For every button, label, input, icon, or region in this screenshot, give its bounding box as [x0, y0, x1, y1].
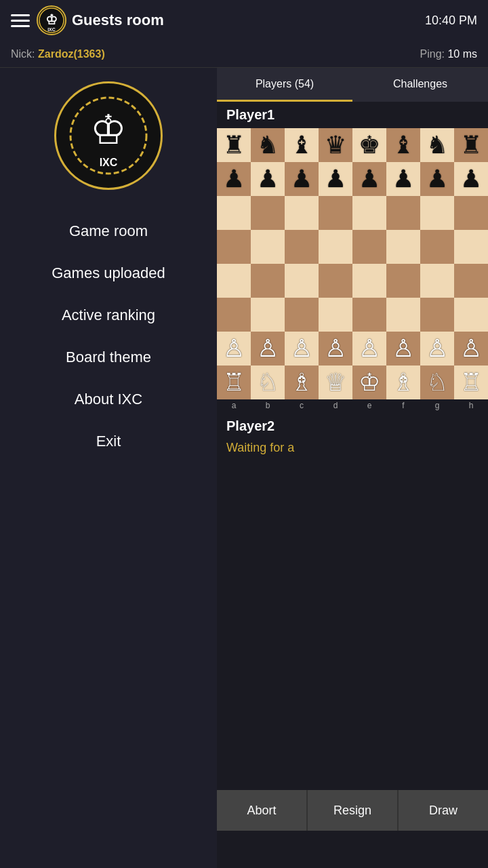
svg-text:♔: ♔	[45, 12, 58, 27]
board-cell[interactable]: ♙	[251, 332, 285, 366]
board-cell[interactable]	[285, 298, 319, 332]
board-cell[interactable]: ♗	[285, 366, 319, 399]
svg-text:IXC: IXC	[100, 157, 118, 168]
sidebar: ♔ IXC Game room Games uploaded Active ra…	[0, 68, 217, 868]
board-cell[interactable]: ♝	[386, 128, 420, 162]
action-buttons: Abort Resign Draw	[217, 790, 488, 831]
board-cell[interactable]	[352, 196, 386, 230]
player2-area: Player2 Waiting for a	[217, 412, 488, 790]
board-cell[interactable]	[420, 298, 454, 332]
board-cell[interactable]: ♟	[352, 162, 386, 196]
board-cell[interactable]	[454, 230, 488, 264]
board-cell[interactable]	[251, 264, 285, 298]
sidebar-item-exit[interactable]: Exit	[0, 420, 217, 462]
tab-players[interactable]: Players (54)	[217, 68, 352, 102]
board-cell[interactable]: ♟	[420, 162, 454, 196]
board-cell[interactable]	[454, 298, 488, 332]
board-cell[interactable]	[386, 264, 420, 298]
board-cell[interactable]: ♟	[454, 162, 488, 196]
board-cell[interactable]	[217, 230, 251, 264]
resign-button[interactable]: Resign	[308, 790, 397, 831]
board-cell[interactable]: ♙	[217, 332, 251, 366]
board-cell[interactable]	[285, 196, 319, 230]
tab-challenges[interactable]: Challenges	[352, 68, 488, 102]
board-cell[interactable]: ♟	[386, 162, 420, 196]
board-cell[interactable]	[319, 230, 352, 264]
board-cell[interactable]	[352, 230, 386, 264]
board-cell[interactable]	[217, 298, 251, 332]
header: ♔ IXC Guests room 10:40 PM	[0, 0, 488, 41]
draw-button[interactable]: Draw	[399, 790, 488, 831]
sidebar-item-active-ranking[interactable]: Active ranking	[0, 294, 217, 336]
board-cell[interactable]: ♟	[319, 162, 352, 196]
sidebar-item-game-room[interactable]: Game room	[0, 210, 217, 252]
board-cell[interactable]: ♙	[420, 332, 454, 366]
board-cell[interactable]: ♖	[454, 366, 488, 399]
board-cell[interactable]	[386, 230, 420, 264]
board-cell[interactable]: ♙	[454, 332, 488, 366]
player1-header: Player1	[217, 102, 488, 128]
sidebar-item-games-uploaded[interactable]: Games uploaded	[0, 252, 217, 294]
board-cell[interactable]: ♘	[251, 366, 285, 399]
board-cell[interactable]	[386, 196, 420, 230]
player2-header: Player2	[226, 418, 479, 434]
board-cell[interactable]: ♞	[420, 128, 454, 162]
board-cell[interactable]	[319, 196, 352, 230]
clock: 10:40 PM	[425, 14, 477, 28]
tabs-bar: Players (54) Challenges	[217, 68, 488, 102]
board-cell[interactable]	[420, 196, 454, 230]
nick-value: Zardoz(1363)	[38, 48, 105, 60]
board-cell[interactable]	[420, 264, 454, 298]
board-cell[interactable]: ♔	[352, 366, 386, 399]
board-cell[interactable]: ♟	[285, 162, 319, 196]
board-cell[interactable]: ♟	[217, 162, 251, 196]
board-cell[interactable]: ♜	[454, 128, 488, 162]
logo-icon: ♔ IXC	[37, 5, 66, 35]
board-cell[interactable]	[386, 298, 420, 332]
board-cell[interactable]: ♛	[319, 128, 352, 162]
board-cell[interactable]	[319, 298, 352, 332]
nick-bar: Nick: Zardoz(1363) Ping: 10 ms	[0, 41, 488, 68]
board-cell[interactable]: ♞	[251, 128, 285, 162]
board-cell[interactable]: ♟	[251, 162, 285, 196]
board-cell[interactable]: ♘	[420, 366, 454, 399]
sidebar-item-about-ixc[interactable]: About IXC	[0, 378, 217, 420]
board-cell[interactable]	[454, 264, 488, 298]
board-cell[interactable]	[352, 298, 386, 332]
board-cell[interactable]	[319, 264, 352, 298]
chess-board: ♜♞♝♛♚♝♞♜♟♟♟♟♟♟♟♟♙♙♙♙♙♙♙♙♖♘♗♕♔♗♘♖ a b c d…	[217, 128, 488, 412]
board-cell[interactable]	[251, 196, 285, 230]
board-cell[interactable]	[454, 196, 488, 230]
board-cell[interactable]	[217, 196, 251, 230]
board-cell[interactable]	[251, 298, 285, 332]
menu-button[interactable]	[11, 14, 30, 27]
board-cell[interactable]: ♝	[285, 128, 319, 162]
board-cell[interactable]: ♚	[352, 128, 386, 162]
avatar: ♔ IXC	[54, 81, 163, 190]
board-cell[interactable]	[251, 230, 285, 264]
board-cell[interactable]: ♖	[217, 366, 251, 399]
nick-info: Nick: Zardoz(1363)	[11, 48, 105, 60]
board-cell[interactable]	[352, 264, 386, 298]
board-cell[interactable]	[285, 230, 319, 264]
board-cell[interactable]	[217, 264, 251, 298]
waiting-message: Waiting for a	[226, 434, 479, 462]
board-cell[interactable]: ♙	[352, 332, 386, 366]
board-cell[interactable]: ♗	[386, 366, 420, 399]
svg-text:♔: ♔	[90, 107, 127, 153]
board-cell[interactable]: ♕	[319, 366, 352, 399]
abort-button[interactable]: Abort	[217, 790, 306, 831]
board-coords: a b c d e f g h	[217, 399, 488, 412]
header-left: ♔ IXC Guests room	[11, 5, 164, 35]
logo-title: ♔ IXC Guests room	[37, 5, 164, 35]
board-cell[interactable]: ♙	[319, 332, 352, 366]
board-cell[interactable]	[285, 264, 319, 298]
board-cell[interactable]: ♜	[217, 128, 251, 162]
bottom-bar	[217, 831, 488, 868]
sidebar-item-board-theme[interactable]: Board theme	[0, 336, 217, 378]
ping-info: Ping: 10 ms	[420, 48, 478, 60]
right-panel: Players (54) Challenges Player1 ♜♞♝♛♚♝♞♜…	[217, 68, 488, 868]
board-cell[interactable]: ♙	[285, 332, 319, 366]
board-cell[interactable]	[420, 230, 454, 264]
board-cell[interactable]: ♙	[386, 332, 420, 366]
